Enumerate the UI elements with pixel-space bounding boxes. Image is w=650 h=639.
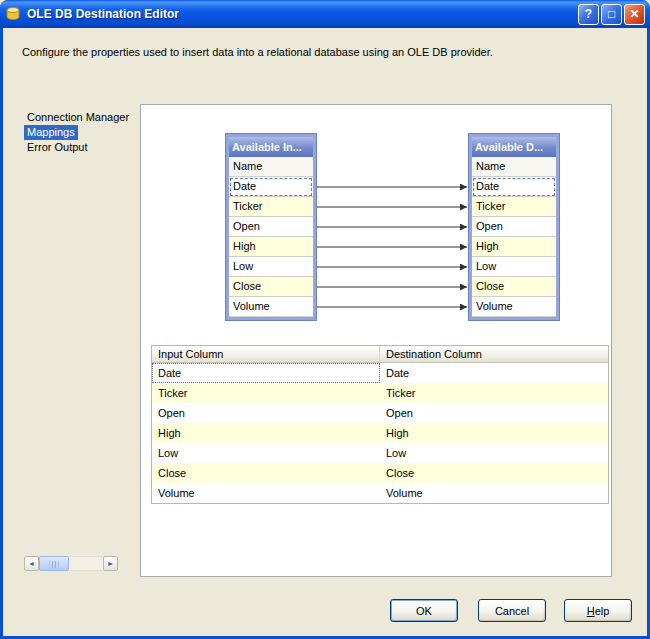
column-header: Name [229,157,313,177]
box-title: Available D... [472,137,556,157]
grid-row: Date Date [152,363,608,383]
column-row[interactable]: Date [472,177,556,197]
sidebar-item-connection-manager[interactable]: Connection Manager [24,110,138,125]
available-destination-columns-box[interactable]: Available D... Name Date Ticker Open Hig… [469,134,559,320]
sidebar-item-mappings[interactable]: Mappings [24,125,138,140]
column-row[interactable]: Ticker [229,197,313,217]
help-titlebar-button[interactable]: ? [578,4,599,25]
grid-cell[interactable]: Open [152,403,380,423]
help-icon: ? [585,7,592,21]
available-input-columns-box[interactable]: Available In... Name Date Ticker Open Hi… [226,134,316,320]
column-row[interactable]: Open [229,217,313,237]
scroll-left-button[interactable]: ◄ [24,556,39,571]
window-title: OLE DB Destination Editor [27,7,179,21]
horizontal-scrollbar[interactable]: ◄ ► [24,556,118,571]
scroll-thumb[interactable] [39,556,69,571]
maximize-button[interactable]: □ [601,4,622,25]
grid-header-destination-column: Destination Column [380,346,608,362]
maximize-icon: □ [608,7,615,21]
scroll-track[interactable] [39,556,103,571]
grid-cell[interactable]: Ticker [380,383,608,403]
window: OLE DB Destination Editor ? □ ✕ Configur… [0,0,650,639]
close-icon: ✕ [629,7,639,21]
grid-cell[interactable]: Open [380,403,608,423]
column-row[interactable]: Low [229,257,313,277]
database-icon [5,6,22,23]
column-row[interactable]: Close [472,277,556,297]
grid-cell[interactable]: Date [152,363,380,383]
column-row[interactable]: Open [472,217,556,237]
grid-row: Low Low [152,443,608,463]
column-row[interactable]: Volume [229,297,313,317]
column-row[interactable]: Date [229,177,313,197]
grid-row: Volume Volume [152,483,608,503]
dialog-client-area: Configure the properties used to insert … [3,28,647,636]
column-row[interactable]: Ticker [472,197,556,217]
box-title: Available In... [229,137,313,157]
grid-cell[interactable]: Date [380,363,608,383]
titlebar[interactable]: OLE DB Destination Editor ? □ ✕ [0,0,650,28]
column-row[interactable]: Volume [472,297,556,317]
grid-row: Ticker Ticker [152,383,608,403]
grid-cell[interactable]: Low [152,443,380,463]
grid-cell[interactable]: Volume [380,483,608,503]
grid-row: Close Close [152,463,608,483]
grid-cell[interactable]: Low [380,443,608,463]
grid-row: Open Open [152,403,608,423]
close-button[interactable]: ✕ [624,4,645,25]
grid-header: Input Column Destination Column [152,346,608,363]
grid-cell[interactable]: Volume [152,483,380,503]
help-button[interactable]: Help [564,599,632,622]
column-header: Name [472,157,556,177]
grid-row: High High [152,423,608,443]
grid-cell[interactable]: Ticker [152,383,380,403]
scroll-thumb-grip [50,561,59,568]
mapping-grid: Input Column Destination Column Date Dat… [151,345,609,504]
titlebar-buttons: ? □ ✕ [578,4,645,25]
sidebar-item-error-output[interactable]: Error Output [24,140,138,155]
dialog-description: Configure the properties used to insert … [22,46,622,58]
grid-cell[interactable]: Close [152,463,380,483]
scroll-right-button[interactable]: ► [103,556,118,571]
main-panel: Available In... Name Date Ticker Open Hi… [140,104,612,577]
column-row[interactable]: High [229,237,313,257]
scroll-left-icon: ◄ [28,560,35,567]
ok-button[interactable]: OK [390,599,458,622]
sidebar: Connection Manager Mappings Error Output [24,110,138,155]
column-row[interactable]: Low [472,257,556,277]
column-row[interactable]: Close [229,277,313,297]
grid-cell[interactable]: High [152,423,380,443]
grid-cell[interactable]: Close [380,463,608,483]
grid-cell[interactable]: High [380,423,608,443]
scroll-right-icon: ► [107,560,114,567]
column-row[interactable]: High [472,237,556,257]
cancel-button[interactable]: Cancel [478,599,546,622]
grid-header-input-column: Input Column [152,346,380,362]
